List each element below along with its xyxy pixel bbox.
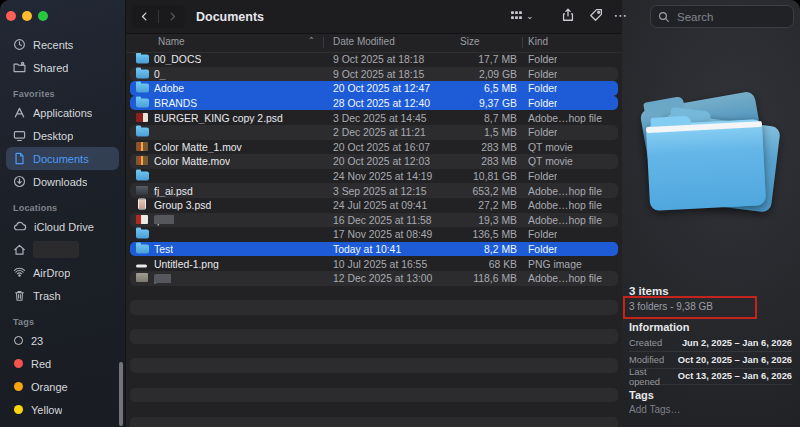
group-by-button[interactable]: ⌄ bbox=[510, 5, 534, 28]
folder-icon bbox=[136, 69, 149, 78]
sidebar-scrollbar[interactable] bbox=[119, 362, 123, 426]
file-size: 27,2 MB bbox=[410, 200, 517, 211]
zoom-button[interactable] bbox=[38, 11, 48, 21]
finder-window: 3 items 3 folders - 9,38 GB Information … bbox=[0, 0, 800, 427]
file-row[interactable]: Group 3.psd24 Jul 2025 at 09:4127,2 MBAd… bbox=[130, 198, 618, 213]
add-tags-field[interactable]: Add Tags… bbox=[629, 404, 681, 415]
tags-heading: Tags bbox=[629, 389, 654, 401]
file-row[interactable]: Color Matte.mov20 Oct 2025 at 12:03283 M… bbox=[130, 154, 618, 169]
file-size: 17,7 MB bbox=[410, 54, 517, 65]
column-header-name[interactable]: Name bbox=[158, 36, 185, 47]
information-heading: Information bbox=[629, 321, 690, 333]
desktop-icon bbox=[13, 129, 26, 142]
toolbar: Documents ⌄ ⋯ bbox=[126, 0, 800, 33]
column-header-kind[interactable]: Kind bbox=[528, 36, 548, 47]
file-icon bbox=[136, 112, 148, 124]
sidebar-item-icloud-drive[interactable]: iCloud Drive bbox=[6, 215, 119, 238]
sidebar-item-shared[interactable]: Shared bbox=[6, 56, 119, 79]
list-column-headers: Name ⌃ Date Modified Size Kind bbox=[126, 33, 622, 53]
sidebar-item-orange[interactable]: Orange bbox=[6, 375, 119, 398]
sidebar-item-downloads[interactable]: Downloads bbox=[6, 170, 119, 193]
tag-dot-icon bbox=[14, 382, 23, 391]
file-row[interactable]: 0_9 Oct 2025 at 18:152,09 GBFolder bbox=[130, 67, 618, 82]
file-name: Test bbox=[154, 244, 173, 255]
file-name: 00_DOCS bbox=[154, 54, 201, 65]
document-icon bbox=[13, 152, 26, 165]
column-header-size[interactable]: Size bbox=[460, 36, 479, 47]
search-field-container bbox=[650, 5, 794, 28]
file-row[interactable]: Untitled-1.png10 Jul 2025 at 16:5568 KBP… bbox=[130, 256, 618, 271]
file-size: 8,2 MB bbox=[410, 244, 517, 255]
folder-icon bbox=[136, 172, 149, 181]
file-row[interactable]: Adobe20 Oct 2025 at 12:476,5 MBFolder bbox=[130, 81, 618, 96]
sidebar-item-applications[interactable]: Applications bbox=[6, 101, 119, 124]
file-row[interactable]: psd12 Dec 2025 at 13:00118,6 MBAdobe…hop… bbox=[130, 271, 618, 286]
back-button[interactable] bbox=[131, 5, 158, 28]
sidebar-item-23[interactable]: 23 bbox=[6, 329, 119, 352]
search-input[interactable] bbox=[675, 10, 786, 24]
file-date-modified: Today at 10:41 bbox=[333, 244, 401, 255]
file-thumbnail-icon bbox=[136, 273, 148, 282]
downloads-icon bbox=[13, 175, 26, 188]
file-row[interactable]: BRANDS28 Oct 2025 at 12:409,37 GBFolder bbox=[130, 96, 618, 111]
file-kind: Folder bbox=[528, 127, 557, 138]
sidebar-item-desktop[interactable]: Desktop bbox=[6, 124, 119, 147]
sidebar-item-redacted[interactable] bbox=[6, 238, 119, 261]
tag-button[interactable] bbox=[584, 5, 608, 28]
file-icon bbox=[136, 141, 148, 153]
chevron-up-icon: ⌃ bbox=[308, 36, 315, 45]
column-header-date-modified[interactable]: Date Modified bbox=[333, 36, 395, 47]
sidebar-item-red[interactable]: Red bbox=[6, 352, 119, 375]
sidebar-item-label: Recents bbox=[33, 39, 73, 51]
empty-row-stripe bbox=[130, 373, 618, 388]
clock-icon bbox=[13, 38, 26, 51]
file-name: Untitled-1.png bbox=[154, 258, 219, 269]
column-divider[interactable] bbox=[323, 37, 324, 48]
file-name: psd bbox=[154, 273, 171, 284]
file-kind: Folder bbox=[528, 83, 557, 94]
file-icon bbox=[136, 243, 149, 256]
search-icon bbox=[658, 11, 670, 23]
file-row[interactable]: 00_DOCS9 Oct 2025 at 18:1817,7 MBFolder bbox=[130, 52, 618, 67]
file-row[interactable]: TestToday at 10:418,2 MBFolder bbox=[130, 242, 618, 257]
sidebar-sections: RecentsSharedFavoritesApplicationsDeskto… bbox=[0, 0, 125, 421]
file-row[interactable]: 17 Nov 2025 at 08:49136,5 MBFolder bbox=[130, 227, 618, 242]
sidebar-item-label: 23 bbox=[31, 335, 43, 347]
file-icon bbox=[136, 170, 149, 183]
file-row[interactable]: BURGER_KING copy 2.psd3 Dec 2025 at 14:4… bbox=[130, 110, 618, 125]
file-row[interactable]: 24 Nov 2025 at 14:1910,81 GBFolder bbox=[130, 169, 618, 184]
info-label: Modified bbox=[629, 355, 664, 365]
file-icon bbox=[136, 67, 149, 80]
share-button[interactable] bbox=[556, 5, 580, 28]
chevron-right-icon bbox=[167, 8, 178, 26]
file-size: 19,3 MB bbox=[410, 214, 517, 225]
sidebar-item-airdrop[interactable]: AirDrop bbox=[6, 261, 119, 284]
info-value: Jun 2, 2025 – Jan 6, 2026 bbox=[682, 338, 792, 348]
sidebar-section-label: Locations bbox=[0, 201, 125, 215]
sidebar-section: RecentsShared bbox=[0, 33, 125, 79]
file-kind: PNG image bbox=[528, 258, 582, 269]
home-icon bbox=[13, 243, 26, 256]
file-row[interactable]: fj_ai.psd3 Sep 2025 at 12:15653,2 MBAdob… bbox=[130, 183, 618, 198]
file-kind: Folder bbox=[528, 171, 557, 182]
more-button[interactable]: ⋯ bbox=[609, 3, 633, 26]
sidebar-item-recents[interactable]: Recents bbox=[6, 33, 119, 56]
file-name: Adobe bbox=[154, 83, 184, 94]
sidebar-item-label: Documents bbox=[33, 153, 89, 165]
minimize-button[interactable] bbox=[22, 11, 32, 21]
column-divider[interactable] bbox=[522, 37, 523, 48]
file-row[interactable]: 2 Dec 2025 at 11:211,5 MBFolder bbox=[130, 125, 618, 140]
sidebar-item-label: Shared bbox=[33, 62, 68, 74]
sidebar-item-documents[interactable]: Documents bbox=[6, 147, 119, 170]
file-thumbnail-icon bbox=[136, 215, 148, 224]
sidebar-item-yellow[interactable]: Yellow bbox=[6, 398, 119, 421]
close-button[interactable] bbox=[6, 11, 16, 21]
share-icon bbox=[561, 8, 575, 26]
file-row[interactable]: Color Matte_1.mov20 Oct 2025 at 16:07283… bbox=[130, 140, 618, 155]
file-name: Group 3.psd bbox=[154, 200, 211, 211]
sidebar-item-trash[interactable]: Trash bbox=[6, 284, 119, 307]
file-size: 6,5 MB bbox=[410, 83, 517, 94]
sidebar-item-label: Downloads bbox=[33, 176, 87, 188]
file-row[interactable]: .psd16 Dec 2025 at 11:5819,3 MBAdobe…hop… bbox=[130, 213, 618, 228]
forward-button[interactable] bbox=[159, 5, 186, 28]
